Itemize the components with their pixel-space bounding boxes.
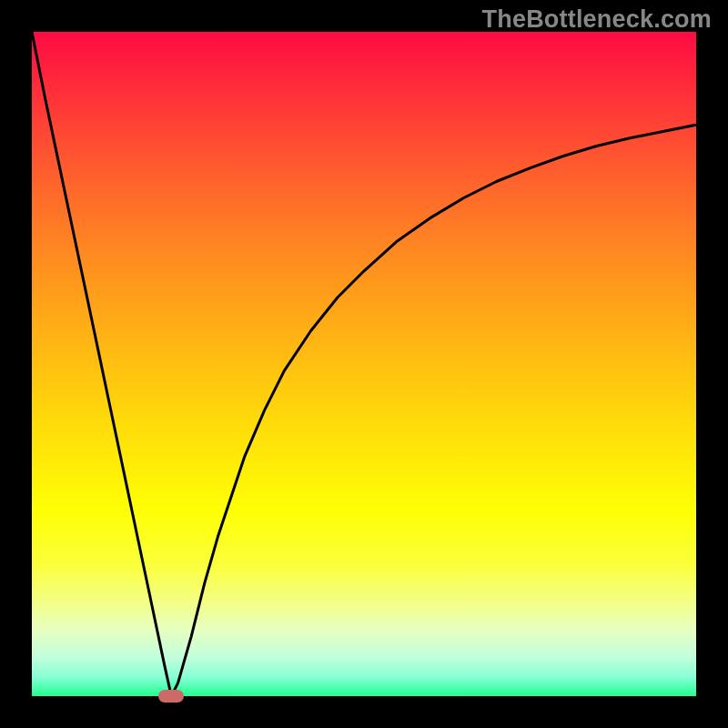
watermark: TheBottleneck.com	[482, 5, 712, 34]
chart-frame: TheBottleneck.com	[0, 0, 728, 728]
minimum-marker	[158, 690, 184, 703]
curve-svg	[32, 32, 696, 696]
plot-area	[32, 32, 696, 696]
bottleneck-curve	[32, 32, 696, 696]
